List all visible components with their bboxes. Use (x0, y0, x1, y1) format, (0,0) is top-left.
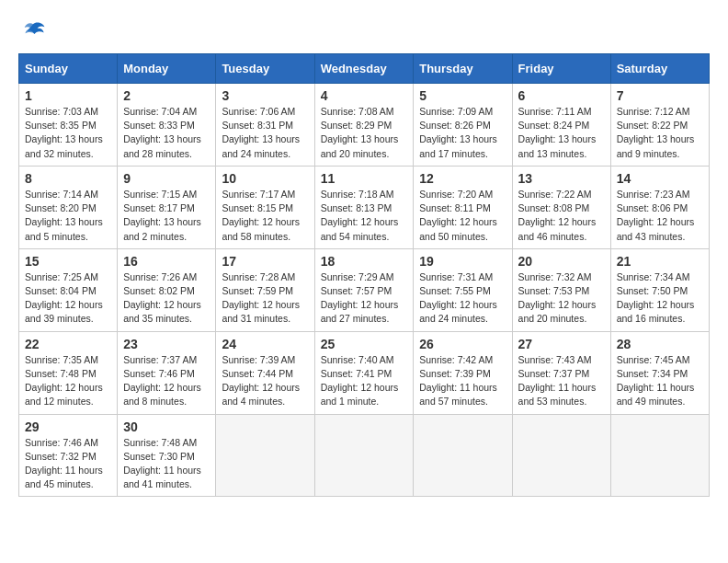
weekday-sunday: Sunday (19, 54, 118, 84)
day-info: Sunrise: 7:32 AM Sunset: 7:53 PM Dayligh… (518, 270, 605, 327)
day-number: 15 (25, 254, 111, 269)
weekday-monday: Monday (118, 54, 216, 84)
calendar-week-1: 1Sunrise: 7:03 AM Sunset: 8:35 PM Daylig… (19, 84, 710, 167)
calendar-cell: 21Sunrise: 7:34 AM Sunset: 7:50 PM Dayli… (610, 248, 709, 331)
calendar-cell: 20Sunrise: 7:32 AM Sunset: 7:53 PM Dayli… (512, 248, 610, 331)
day-info: Sunrise: 7:26 AM Sunset: 8:02 PM Dayligh… (123, 270, 210, 327)
calendar-cell: 13Sunrise: 7:22 AM Sunset: 8:08 PM Dayli… (512, 166, 610, 248)
calendar-cell: 9Sunrise: 7:15 AM Sunset: 8:17 PM Daylig… (118, 166, 216, 248)
logo-bird-icon (20, 18, 46, 44)
calendar-cell: 28Sunrise: 7:45 AM Sunset: 7:34 PM Dayli… (610, 331, 709, 414)
day-number: 13 (518, 171, 605, 186)
calendar-cell: 4Sunrise: 7:08 AM Sunset: 8:29 PM Daylig… (314, 84, 414, 167)
weekday-tuesday: Tuesday (216, 54, 314, 84)
day-info: Sunrise: 7:39 AM Sunset: 7:44 PM Dayligh… (222, 353, 308, 409)
calendar-cell (314, 414, 414, 497)
day-number: 11 (321, 171, 408, 186)
calendar-cell: 7Sunrise: 7:12 AM Sunset: 8:22 PM Daylig… (610, 84, 709, 167)
day-info: Sunrise: 7:09 AM Sunset: 8:26 PM Dayligh… (419, 105, 506, 161)
day-number: 29 (25, 419, 111, 434)
day-info: Sunrise: 7:28 AM Sunset: 7:59 PM Dayligh… (222, 270, 308, 327)
day-info: Sunrise: 7:12 AM Sunset: 8:22 PM Dayligh… (617, 105, 703, 161)
day-info: Sunrise: 7:11 AM Sunset: 8:24 PM Dayligh… (518, 105, 605, 161)
day-number: 22 (25, 337, 111, 351)
calendar-cell: 15Sunrise: 7:25 AM Sunset: 8:04 PM Dayli… (19, 248, 118, 331)
day-info: Sunrise: 7:15 AM Sunset: 8:17 PM Dayligh… (123, 188, 210, 244)
calendar-week-3: 15Sunrise: 7:25 AM Sunset: 8:04 PM Dayli… (19, 248, 710, 331)
day-number: 10 (222, 171, 308, 186)
day-info: Sunrise: 7:43 AM Sunset: 7:37 PM Dayligh… (518, 353, 605, 409)
calendar-cell: 24Sunrise: 7:39 AM Sunset: 7:44 PM Dayli… (216, 331, 314, 414)
calendar-table: SundayMondayTuesdayWednesdayThursdayFrid… (18, 53, 710, 497)
calendar-cell: 27Sunrise: 7:43 AM Sunset: 7:37 PM Dayli… (512, 331, 610, 414)
day-number: 19 (419, 254, 506, 269)
calendar-cell (512, 414, 610, 497)
weekday-thursday: Thursday (414, 54, 512, 84)
day-number: 30 (123, 419, 210, 434)
day-number: 12 (419, 171, 506, 186)
calendar-cell: 30Sunrise: 7:48 AM Sunset: 7:30 PM Dayli… (118, 414, 216, 497)
weekday-header-row: SundayMondayTuesdayWednesdayThursdayFrid… (19, 54, 710, 84)
day-number: 1 (25, 88, 111, 103)
day-info: Sunrise: 7:06 AM Sunset: 8:31 PM Dayligh… (222, 105, 308, 161)
calendar-cell: 19Sunrise: 7:31 AM Sunset: 7:55 PM Dayli… (414, 248, 512, 331)
calendar-cell: 11Sunrise: 7:18 AM Sunset: 8:13 PM Dayli… (314, 166, 414, 248)
day-info: Sunrise: 7:20 AM Sunset: 8:11 PM Dayligh… (419, 188, 506, 244)
calendar-cell (610, 414, 709, 497)
calendar-cell: 18Sunrise: 7:29 AM Sunset: 7:57 PM Dayli… (314, 248, 414, 331)
day-info: Sunrise: 7:45 AM Sunset: 7:34 PM Dayligh… (617, 353, 703, 409)
day-info: Sunrise: 7:08 AM Sunset: 8:29 PM Dayligh… (321, 105, 408, 161)
weekday-friday: Friday (512, 54, 610, 84)
day-number: 18 (321, 254, 408, 269)
day-number: 28 (617, 337, 703, 351)
day-info: Sunrise: 7:46 AM Sunset: 7:32 PM Dayligh… (25, 436, 111, 492)
day-info: Sunrise: 7:18 AM Sunset: 8:13 PM Dayligh… (321, 188, 408, 244)
calendar-cell: 14Sunrise: 7:23 AM Sunset: 8:06 PM Dayli… (610, 166, 709, 248)
day-info: Sunrise: 7:29 AM Sunset: 7:57 PM Dayligh… (321, 270, 408, 327)
day-info: Sunrise: 7:35 AM Sunset: 7:48 PM Dayligh… (25, 353, 111, 409)
day-number: 8 (25, 171, 111, 186)
day-number: 26 (419, 337, 506, 351)
calendar-cell (414, 414, 512, 497)
day-info: Sunrise: 7:42 AM Sunset: 7:39 PM Dayligh… (419, 353, 506, 409)
day-number: 5 (419, 88, 506, 103)
calendar-week-5: 29Sunrise: 7:46 AM Sunset: 7:32 PM Dayli… (19, 414, 710, 497)
calendar-cell: 6Sunrise: 7:11 AM Sunset: 8:24 PM Daylig… (512, 84, 610, 167)
calendar-cell: 23Sunrise: 7:37 AM Sunset: 7:46 PM Dayli… (118, 331, 216, 414)
day-number: 23 (123, 337, 210, 351)
weekday-saturday: Saturday (610, 54, 709, 84)
day-number: 6 (518, 88, 605, 103)
day-info: Sunrise: 7:23 AM Sunset: 8:06 PM Dayligh… (617, 188, 703, 244)
header (18, 18, 710, 44)
day-info: Sunrise: 7:37 AM Sunset: 7:46 PM Dayligh… (123, 353, 210, 409)
day-info: Sunrise: 7:03 AM Sunset: 8:35 PM Dayligh… (25, 105, 111, 161)
calendar-cell: 1Sunrise: 7:03 AM Sunset: 8:35 PM Daylig… (19, 84, 118, 167)
day-info: Sunrise: 7:40 AM Sunset: 7:41 PM Dayligh… (321, 353, 408, 409)
logo (18, 18, 46, 44)
weekday-wednesday: Wednesday (314, 54, 414, 84)
calendar-cell (216, 414, 314, 497)
calendar-cell: 3Sunrise: 7:06 AM Sunset: 8:31 PM Daylig… (216, 84, 314, 167)
day-number: 25 (321, 337, 408, 351)
day-number: 9 (123, 171, 210, 186)
day-number: 14 (617, 171, 703, 186)
day-info: Sunrise: 7:04 AM Sunset: 8:33 PM Dayligh… (123, 105, 210, 161)
calendar-cell: 10Sunrise: 7:17 AM Sunset: 8:15 PM Dayli… (216, 166, 314, 248)
day-number: 16 (123, 254, 210, 269)
day-info: Sunrise: 7:31 AM Sunset: 7:55 PM Dayligh… (419, 270, 506, 327)
day-info: Sunrise: 7:34 AM Sunset: 7:50 PM Dayligh… (617, 270, 703, 327)
calendar-cell: 29Sunrise: 7:46 AM Sunset: 7:32 PM Dayli… (19, 414, 118, 497)
calendar-cell: 2Sunrise: 7:04 AM Sunset: 8:33 PM Daylig… (118, 84, 216, 167)
day-number: 27 (518, 337, 605, 351)
day-info: Sunrise: 7:17 AM Sunset: 8:15 PM Dayligh… (222, 188, 308, 244)
day-info: Sunrise: 7:14 AM Sunset: 8:20 PM Dayligh… (25, 188, 111, 244)
calendar-cell: 22Sunrise: 7:35 AM Sunset: 7:48 PM Dayli… (19, 331, 118, 414)
calendar-week-4: 22Sunrise: 7:35 AM Sunset: 7:48 PM Dayli… (19, 331, 710, 414)
day-info: Sunrise: 7:25 AM Sunset: 8:04 PM Dayligh… (25, 270, 111, 327)
calendar-cell: 26Sunrise: 7:42 AM Sunset: 7:39 PM Dayli… (414, 331, 512, 414)
day-number: 3 (222, 88, 308, 103)
day-number: 4 (321, 88, 408, 103)
calendar-cell: 12Sunrise: 7:20 AM Sunset: 8:11 PM Dayli… (414, 166, 512, 248)
day-number: 24 (222, 337, 308, 351)
day-info: Sunrise: 7:22 AM Sunset: 8:08 PM Dayligh… (518, 188, 605, 244)
